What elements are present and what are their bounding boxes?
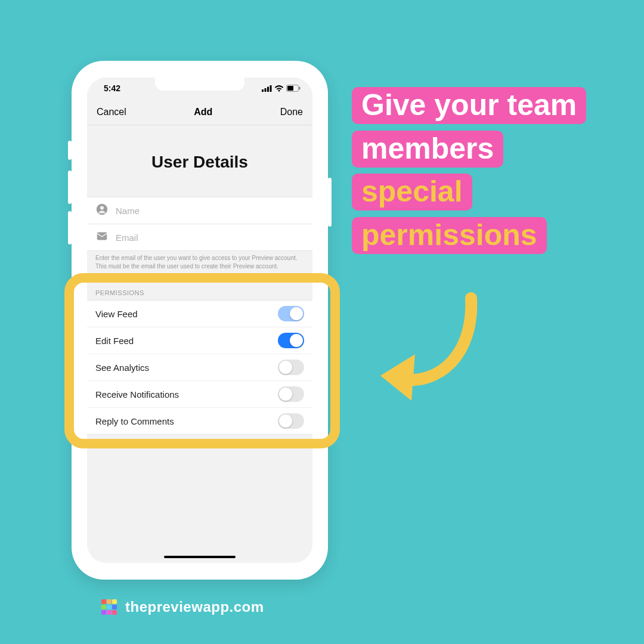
arrow-icon [370, 286, 489, 417]
callout-text: Give your team members special permissio… [352, 83, 586, 256]
permission-row: Receive Notifications [87, 381, 312, 408]
battery-icon [286, 85, 301, 92]
permissions-list: View FeedEdit FeedSee AnalyticsReceive N… [87, 300, 312, 435]
callout-line: members [352, 131, 503, 168]
status-time: 5:42 [104, 83, 120, 93]
permission-toggle[interactable] [278, 413, 304, 429]
callout-line: permissions [352, 217, 547, 254]
footer: thepreviewapp.com [101, 599, 264, 615]
permission-label: View Feed [95, 309, 138, 319]
permission-label: See Analytics [95, 363, 149, 373]
phone-screen: 5:42 Cancel Add Done User Details [87, 78, 312, 563]
permission-row: View Feed [87, 301, 312, 327]
svg-rect-6 [299, 87, 301, 90]
permission-label: Reply to Comments [95, 416, 174, 426]
permission-toggle[interactable] [278, 386, 304, 402]
callout-line: special [352, 174, 472, 210]
navbar-title: Add [194, 107, 212, 117]
svg-point-8 [100, 206, 104, 210]
permission-row: Edit Feed [87, 327, 312, 354]
svg-rect-0 [262, 89, 264, 92]
svg-rect-2 [267, 86, 269, 92]
permission-toggle[interactable] [278, 360, 304, 375]
email-input[interactable] [116, 233, 304, 243]
wifi-icon [274, 85, 284, 92]
permission-label: Receive Notifications [95, 389, 179, 400]
logo-icon [101, 599, 117, 615]
done-button[interactable]: Done [280, 107, 303, 117]
email-icon [95, 230, 109, 245]
content-area: User Details Enter the email of the user… [87, 125, 312, 435]
permission-toggle[interactable] [278, 333, 304, 348]
name-input[interactable] [116, 206, 304, 216]
navbar: Cancel Add Done [87, 99, 312, 125]
svg-rect-5 [287, 86, 293, 91]
phone-side-button [68, 171, 72, 204]
permission-row: See Analytics [87, 354, 312, 381]
person-icon [95, 203, 109, 218]
helper-text: Enter the email of the user you want to … [87, 250, 312, 276]
phone-side-button [68, 211, 72, 244]
cellular-icon [262, 85, 272, 92]
email-row[interactable] [87, 224, 312, 251]
status-icons [262, 85, 301, 92]
phone-frame: 5:42 Cancel Add Done User Details [72, 61, 328, 580]
callout-line: Give your team [352, 87, 586, 124]
permission-toggle[interactable] [278, 306, 304, 321]
svg-rect-3 [270, 85, 272, 92]
svg-rect-1 [265, 88, 267, 92]
footer-url: thepreviewapp.com [125, 599, 264, 615]
permissions-label: PERMISSIONS [87, 276, 312, 300]
svg-rect-9 [97, 233, 107, 240]
permission-label: Edit Feed [95, 336, 134, 346]
phone-notch [155, 78, 244, 91]
phone-side-button [328, 178, 332, 227]
cancel-button[interactable]: Cancel [97, 107, 126, 117]
phone-side-button [68, 141, 72, 160]
home-indicator [164, 556, 236, 558]
permission-row: Reply to Comments [87, 408, 312, 434]
name-row[interactable] [87, 197, 312, 224]
page-title: User Details [87, 125, 312, 197]
